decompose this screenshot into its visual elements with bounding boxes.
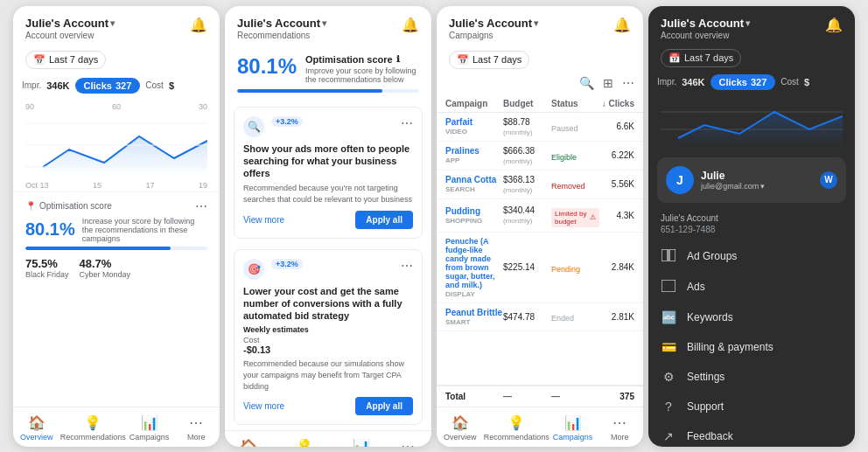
row3-name: Panna Cotta: [445, 175, 503, 184]
screen3-table: Campaign Budget Status ↓ Clicks Parfait …: [437, 95, 643, 385]
screen2-score-sub: Improve your score by following the reco…: [305, 66, 419, 84]
row6-name: Peanut Brittle: [445, 308, 503, 317]
screen2-rec2-view-more[interactable]: View more: [243, 401, 284, 411]
screen1-date-picker[interactable]: 📅 Last 7 days: [25, 51, 106, 69]
calendar-icon: 📅: [33, 54, 46, 66]
row2-name-col: Pralines APP: [445, 146, 503, 164]
nav2-recommendations[interactable]: 💡 Recommendations: [272, 438, 338, 446]
screen2-rec1-view-more[interactable]: View more: [243, 215, 284, 225]
screen1-cost-value: $: [169, 80, 174, 91]
nav3-overview-icon: 🏠: [452, 414, 469, 431]
total-status: —: [551, 392, 599, 401]
screen4-chart: [648, 94, 855, 150]
columns-tool-icon[interactable]: ⊞: [603, 76, 613, 90]
screen2-rec2-badge: +3.2%: [271, 259, 303, 269]
keywords-icon: 🔤: [661, 310, 676, 324]
screen1-impr-value: 346K: [46, 80, 69, 91]
row2-budget: $666.38(monthly): [503, 146, 551, 165]
row5-clicks: 2.84K: [599, 262, 634, 272]
menu-item-ad-groups[interactable]: Ad Groups: [648, 241, 855, 272]
nav1-rec-label: Recommendations: [60, 433, 126, 442]
more-tool-icon[interactable]: ⋯: [622, 76, 634, 90]
menu-item-support[interactable]: ? Support: [648, 392, 855, 421]
screen1-clicks-badge[interactable]: Clicks 327: [75, 78, 141, 94]
screen4-account-title[interactable]: Julie's Account ▾: [661, 17, 750, 30]
row3-budget: $368.13(monthly): [503, 175, 551, 194]
nav2-more[interactable]: ⋯ More: [384, 438, 431, 446]
menu-item-settings[interactable]: ⚙ Settings: [648, 362, 855, 392]
menu-item-feedback[interactable]: ↗ Feedback: [648, 421, 855, 447]
screen1-opt-cm-pct: 48.7%: [80, 257, 131, 270]
screen4-date-picker[interactable]: 📅 Last 7 days: [661, 49, 741, 67]
nav1-campaigns[interactable]: 📊 Campaigns: [126, 414, 173, 442]
screen1-bell-icon[interactable]: 🔔: [190, 17, 207, 33]
nav2-overview[interactable]: 🏠 Overview: [225, 438, 272, 446]
screen3-table-header: Campaign Budget Status ↓ Clicks: [437, 95, 643, 113]
screen1-clicks-label: Clicks: [84, 80, 112, 91]
screen2-bell-icon[interactable]: 🔔: [402, 17, 419, 33]
screen-menu: Julie's Account ▾ Account overview 🔔 📅 L…: [648, 6, 855, 447]
nav2-overview-icon: 🏠: [240, 438, 257, 446]
screen4-caret: ▾: [746, 18, 750, 28]
row6-name-col: Peanut Brittle SMART: [445, 308, 503, 326]
svg-rect-9: [662, 280, 676, 292]
row4-budget: $340.44(monthly): [503, 205, 551, 225]
screen4-date-row: 📅 Last 7 days: [648, 45, 855, 71]
nav1-rec-icon: 💡: [84, 414, 102, 431]
table-row[interactable]: Pralines APP $666.38(monthly) Eligible 6…: [437, 142, 643, 170]
nav2-campaigns[interactable]: 📊 Campaigns: [338, 438, 385, 446]
nav1-recommendations[interactable]: 💡 Recommendations: [60, 414, 126, 442]
menu-item-ads[interactable]: Ads: [648, 272, 855, 302]
screen3-bottom-nav: 🏠 Overview 💡 Recommendations 📊 Campaigns…: [437, 407, 643, 447]
table-row[interactable]: Pudding SHOPPING $340.44(monthly) Limite…: [437, 199, 643, 233]
table-row[interactable]: Panna Cotta SEARCH $368.13(monthly) Remo…: [437, 170, 643, 199]
table-row[interactable]: Peanut Brittle SMART $474.78 Ended 2.81K: [437, 303, 643, 331]
screen2-rec1-body: Recommended because you're not targeting…: [243, 183, 413, 205]
screen4-account-tag: Julie's Account: [648, 210, 855, 225]
row2-clicks: 6.22K: [599, 150, 634, 160]
screen4-cost-label: Cost: [780, 77, 799, 87]
screen4-profile-info: Julie julie@gmail.com ▾: [701, 170, 765, 191]
screen4-profile-card[interactable]: J Julie julie@gmail.com ▾ W: [657, 157, 846, 203]
nav3-recommendations[interactable]: 💡 Recommendations: [484, 414, 550, 442]
row2-type: APP: [445, 156, 503, 164]
screen2-account-title[interactable]: Julie's Account ▾: [237, 17, 326, 30]
nav1-campaigns-icon: 📊: [141, 414, 158, 431]
location-icon: 📍: [25, 201, 36, 211]
search-tool-icon[interactable]: 🔍: [579, 76, 594, 90]
menu-item-keywords[interactable]: 🔤 Keywords: [648, 302, 855, 332]
screen2-rec1-apply-btn[interactable]: Apply all: [355, 211, 413, 229]
screen2-rec2-more[interactable]: ⋯: [401, 259, 413, 273]
screen4-bell-icon[interactable]: 🔔: [825, 17, 843, 33]
screen1-opt-score: 80.1%: [25, 219, 75, 240]
menu-item-billing[interactable]: 💳 Billing & payments: [648, 332, 855, 362]
screen1-account-title[interactable]: Julie's Account ▾: [25, 17, 115, 30]
screen2-rec1-more[interactable]: ⋯: [401, 116, 413, 130]
table-row[interactable]: Parfait VIDEO $88.78(monthly) Paused 6.6…: [437, 113, 643, 142]
screen2-rec2-apply-btn[interactable]: Apply all: [355, 397, 413, 415]
row6-status: Ended: [551, 309, 599, 324]
menu-billing-label: Billing & payments: [687, 341, 774, 353]
nav1-overview[interactable]: 🏠 Overview: [13, 414, 60, 442]
total-budget: —: [503, 392, 551, 401]
screen1-opt-more[interactable]: ⋯: [195, 199, 207, 213]
row6-type: SMART: [445, 318, 503, 326]
screen1-opt-bf-pct: 75.5%: [25, 257, 69, 270]
screen3-account-title[interactable]: Julie's Account ▾: [449, 17, 538, 30]
screen1-opt-label: 📍 Optimisation score: [25, 201, 112, 211]
row3-type: SEARCH: [445, 185, 503, 193]
screen2-rec-card2-header: 🎯 +3.2% ⋯: [243, 259, 413, 280]
screen2-account-info: Julie's Account ▾ Recommendations: [237, 17, 326, 40]
screen1-date-row: 📅 Last 7 days: [13, 45, 220, 74]
nav3-more[interactable]: ⋯ More: [596, 414, 643, 442]
nav3-overview[interactable]: 🏠 Overview: [437, 414, 484, 442]
nav1-more[interactable]: ⋯ More: [172, 414, 220, 442]
nav3-campaigns-label: Campaigns: [553, 433, 593, 442]
nav3-campaigns[interactable]: 📊 Campaigns: [550, 414, 597, 442]
screen3-bell-icon[interactable]: 🔔: [613, 17, 631, 33]
screen2-rec2-weekly: Weekly estimates Cost -$0.13: [243, 325, 413, 355]
row1-status: Paused: [551, 119, 599, 135]
table-row[interactable]: Penuche (A fudge-like candy made from br…: [437, 233, 643, 303]
screen4-clicks-badge[interactable]: Clicks 327: [710, 74, 776, 90]
screen3-date-picker[interactable]: 📅 Last 7 days: [449, 51, 529, 69]
